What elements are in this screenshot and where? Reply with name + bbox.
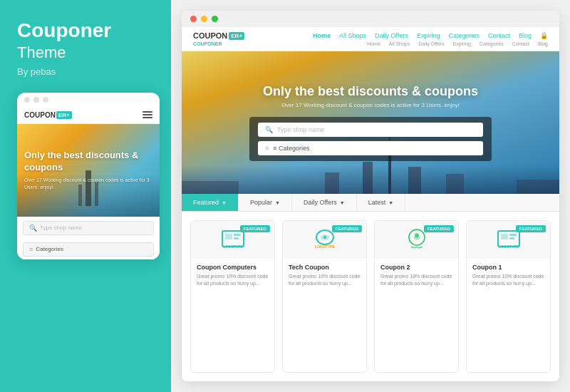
tab-daily-offers[interactable]: Daily Offers ▼ (292, 194, 357, 211)
nav-link-categories[interactable]: Categories (448, 32, 480, 39)
mobile-hero-text: Only the best discounts & coupons Over 1… (17, 143, 160, 197)
titlebar-dot-yellow (201, 16, 207, 22)
svg-text:LOGOTYPE: LOGOTYPE (315, 244, 335, 249)
svg-rect-15 (509, 237, 514, 239)
titlebar-dot-red (190, 16, 197, 22)
tab-popular-chevron: ▼ (275, 200, 280, 205)
theme-author: By pebas (17, 66, 154, 77)
nav-sub-contact: Contact (512, 41, 529, 46)
desktop-logo-group: COUPON ER+ COUPONER (193, 31, 244, 46)
hero-search-input[interactable]: 🔍 Type shop name (258, 123, 483, 137)
mobile-mockup: COUPON ER+ Only the best discounts & cou… (17, 93, 160, 259)
nav-sub-allshops: All Shops (389, 41, 410, 46)
svg-rect-3 (234, 237, 239, 239)
mobile-dot-3 (43, 97, 48, 103)
featured-badge-2: FEATURED (332, 225, 362, 232)
mobile-nav: COUPON ER+ (17, 107, 160, 124)
nav-sub-expiring: Expiring (453, 41, 471, 46)
mobile-dot-2 (33, 97, 39, 103)
nav-link-blog[interactable]: Blog (519, 32, 532, 39)
nav-sub-blog: Blog (538, 41, 548, 46)
hero-overlay (182, 165, 559, 194)
right-panel: COUPON ER+ COUPONER Home All Shops Daily… (171, 0, 570, 392)
mobile-search-input[interactable]: 🔍 Type shop name (23, 221, 154, 235)
svg-text:logotype: logotype (410, 245, 423, 249)
featured-badge-4: FEATURED (516, 225, 546, 232)
nav-sub-home: Home (367, 41, 380, 46)
theme-subtitle: Theme (17, 43, 154, 62)
svg-text:LOGOTYPE: LOGOTYPE (223, 244, 243, 249)
card-4-title: Coupon 1 (472, 264, 544, 271)
tab-featured-chevron: ▼ (222, 200, 227, 205)
coupon-card-3: logotype FEATURED Coupon 2 Great promo 1… (374, 220, 459, 373)
svg-point-10 (415, 233, 419, 237)
card-3-title: Coupon 2 (380, 264, 452, 271)
card-1-image: LOGOTYPE FEATURED (191, 221, 274, 258)
mobile-hero: Only the best discounts & coupons Over 1… (17, 124, 160, 217)
nav-links-group: Home All Shops Daily Offers Expiring Cat… (313, 32, 548, 46)
card-3-body: Coupon 2 Great promo 10% discount code f… (375, 258, 458, 372)
tabs-row: Featured ▼ Popular ▼ Daily Offers ▼ Late… (182, 194, 559, 212)
desktop-hero: Only the best discounts & coupons Over 1… (182, 51, 559, 194)
hero-subtitle: Over 17 Working discount & coupon codes … (281, 102, 460, 108)
card-2-desc: Great promo 10% discount code for all pr… (289, 273, 361, 287)
nav-links-primary: Home All Shops Daily Offers Expiring Cat… (313, 32, 548, 39)
svg-rect-2 (234, 234, 241, 236)
tab-popular[interactable]: Popular ▼ (239, 194, 292, 211)
tab-featured[interactable]: Featured ▼ (182, 194, 239, 211)
hero-title: Only the best discounts & coupons (263, 84, 478, 99)
nav-sub-categories: Categories (480, 41, 504, 46)
card-3-desc: Great promo 10% discount code for all pr… (380, 273, 452, 287)
mobile-dot-1 (24, 97, 30, 103)
nav-links-secondary: Home All Shops Daily Offers Expiring Cat… (367, 41, 548, 46)
nav-link-expiring[interactable]: Expiring (417, 32, 440, 39)
card-2-title: Tech Coupon (289, 264, 361, 271)
desktop-nav: COUPON ER+ COUPONER Home All Shops Daily… (182, 27, 559, 51)
mobile-titlebar (17, 93, 160, 107)
desktop-titlebar (182, 11, 559, 27)
featured-badge-3: FEATURED (424, 225, 454, 232)
theme-title: Couponer (17, 20, 154, 42)
mobile-categories-section: ≡ Categories (17, 239, 160, 259)
svg-point-7 (323, 236, 326, 239)
left-panel: Couponer Theme By pebas COUPON ER+ (0, 0, 171, 392)
featured-badge-1: FEATURED (240, 225, 270, 232)
svg-rect-1 (225, 234, 232, 239)
tab-daily-offers-chevron: ▼ (340, 200, 345, 205)
coupon-card-2: LOGOTYPE FEATURED Tech Coupon Great prom… (282, 220, 367, 373)
coupon-card-4: LOGOTYPE FEATURED Coupon 1 Great promo 1… (466, 220, 551, 373)
card-4-body: Coupon 1 Great promo 10% discount code f… (467, 258, 550, 372)
nav-link-contact[interactable]: Contact (488, 32, 510, 39)
card-4-desc: Great promo 10% discount code for all pr… (472, 273, 544, 287)
titlebar-dot-green (212, 16, 218, 22)
desktop-logo: COUPON ER+ (193, 31, 244, 40)
mobile-logo: COUPON ER+ (24, 111, 72, 119)
card-1-title: Coupon Computers (197, 264, 269, 271)
tab-latest-chevron: ▼ (388, 200, 393, 205)
hero-categories-input[interactable]: ≡ ≡ Categories (258, 141, 483, 155)
lock-icon: 🔒 (540, 32, 548, 39)
search-icon-desktop: 🔍 (265, 126, 273, 133)
mobile-categories-input[interactable]: ≡ Categories (23, 242, 154, 257)
search-icon: 🔍 (29, 225, 37, 232)
svg-rect-13 (501, 234, 508, 239)
card-2-body: Tech Coupon Great promo 10% discount cod… (283, 258, 366, 372)
coupon-card-1: LOGOTYPE FEATURED Coupon Computers Great… (190, 220, 275, 373)
card-4-image: LOGOTYPE FEATURED (467, 221, 550, 258)
desktop-logo-sub: COUPONER (193, 41, 244, 46)
list-icon: ≡ (29, 246, 33, 253)
nav-link-dailyoffers[interactable]: Daily Offers (375, 32, 408, 39)
hamburger-icon[interactable] (142, 111, 152, 118)
nav-sub-dailyoffers: Daily Offers (418, 41, 444, 46)
svg-text:LOGOTYPE: LOGOTYPE (499, 244, 519, 249)
tab-latest[interactable]: Latest ▼ (357, 194, 405, 211)
card-1-desc: Great promo 10% discount code for all pr… (197, 273, 269, 287)
svg-rect-14 (509, 234, 517, 236)
mobile-search-section: 🔍 Type shop name (17, 217, 160, 239)
desktop-mockup: COUPON ER+ COUPONER Home All Shops Daily… (182, 11, 559, 381)
hero-search-box: 🔍 Type shop name ≡ ≡ Categories (249, 117, 492, 161)
cards-row: LOGOTYPE FEATURED Coupon Computers Great… (182, 212, 559, 381)
nav-link-home[interactable]: Home (313, 32, 331, 39)
nav-link-allshops[interactable]: All Shops (339, 32, 366, 39)
card-3-image: logotype FEATURED (375, 221, 458, 258)
